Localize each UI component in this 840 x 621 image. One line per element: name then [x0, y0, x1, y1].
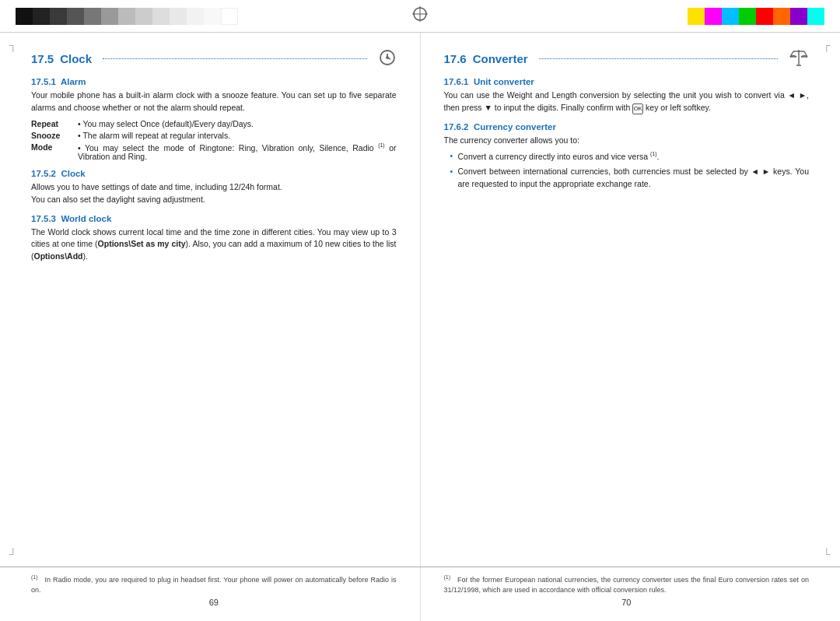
color-block-red [756, 8, 773, 25]
color-block-3 [50, 8, 67, 25]
color-block-11 [187, 8, 204, 25]
main-content: ┐ 17.5 Clock 17.5.1 Alarm Your mobile ph… [0, 33, 840, 567]
color-block-12 [204, 8, 221, 25]
reg-mark-tl: ┐ [9, 39, 17, 51]
color-block-4 [67, 8, 84, 25]
bullet-item-2: Convert between international currencies… [450, 166, 810, 191]
unit-converter-body: You can use the Weight and Length conver… [444, 89, 810, 114]
def-term-mode: Mode [31, 142, 72, 162]
section-17-5-label: Clock [60, 52, 92, 65]
alarm-def-table: Repeat • You may select Once (default)/E… [31, 119, 397, 162]
color-block-green [739, 8, 756, 25]
section-17-6-title: 17.6 Converter [444, 48, 810, 69]
color-block-9 [152, 8, 170, 25]
svg-point-6 [387, 57, 388, 58]
bottom-left: (1) In Radio mode, you are required to p… [0, 567, 421, 621]
color-block-13 [221, 8, 238, 25]
page-number-right: 70 [444, 598, 810, 607]
footnote-right: (1) For the former European national cur… [444, 574, 810, 595]
def-desc-snooze: • The alarm will repeat at regular inter… [78, 131, 397, 140]
color-block-6 [101, 8, 118, 25]
color-block-2 [33, 8, 50, 25]
currency-bullet-list: Convert a currency directly into euros a… [450, 150, 810, 191]
subsection-17-6-2-title: 17.6.2 Currency converter [444, 122, 810, 132]
def-row-mode: Mode • You may select the mode of Ringto… [31, 142, 397, 162]
currency-intro: The currency converter allows you to: [444, 135, 810, 147]
def-desc-repeat: • You may select Once (default)/Every da… [78, 119, 397, 128]
scale-icon [789, 48, 809, 69]
section-17-5-number: 17.5 [31, 52, 54, 65]
subsection-17-5-2-title: 17.5.2 Clock [31, 169, 397, 178]
def-row-repeat: Repeat • You may select Once (default)/E… [31, 119, 397, 128]
color-block-5 [84, 8, 101, 25]
color-block-7 [118, 8, 135, 25]
bullet-item-1: Convert a currency directly into euros a… [450, 150, 810, 163]
def-term-snooze: Snooze [31, 131, 72, 140]
color-block-orange [773, 8, 790, 25]
alarm-body-text: Your mobile phone has a built-in alarm c… [31, 89, 397, 114]
bottom-right: (1) For the former European national cur… [421, 567, 841, 621]
crosshair-center-top [412, 6, 428, 26]
section-dots-right [539, 58, 778, 59]
subsection-17-6-1-title: 17.6.1 Unit converter [444, 77, 810, 86]
color-block-magenta [705, 8, 722, 25]
worldclock-body-text: The World clock shows current local time… [31, 226, 397, 263]
section-17-6-number: 17.6 [444, 52, 467, 65]
page-right: ┌ 17.6 Converter [421, 33, 841, 567]
color-blocks-left [16, 8, 238, 25]
section-dots [103, 58, 366, 59]
reg-mark-tr: ┌ [823, 39, 831, 51]
color-block-1 [16, 8, 33, 25]
ok-button-icon: OK [632, 104, 643, 114]
def-desc-mode: • You may select the mode of Ringtone: R… [78, 142, 397, 162]
color-block-purple [790, 8, 807, 25]
color-block-8 [135, 8, 152, 25]
subsection-17-5-1-title: 17.5.1 Alarm [31, 77, 397, 86]
color-blocks-right [688, 8, 824, 25]
reg-mark-bl: ┘ [9, 548, 17, 560]
bottom-area: (1) In Radio mode, you are required to p… [0, 567, 840, 621]
color-block-10 [170, 8, 187, 25]
section-17-5-title: 17.5 Clock [31, 48, 397, 69]
subsection-17-5-3-title: 17.5.3 World clock [31, 214, 397, 223]
top-bar [0, 0, 840, 33]
color-block-yellow [688, 8, 705, 25]
footnote-left: (1) In Radio mode, you are required to p… [31, 574, 397, 595]
color-block-cyan [722, 8, 739, 25]
page-left: ┐ 17.5 Clock 17.5.1 Alarm Your mobile ph… [0, 33, 421, 567]
def-row-snooze: Snooze • The alarm will repeat at regula… [31, 131, 397, 140]
clock-body-text: Allows you to have settings of date and … [31, 181, 397, 206]
reg-mark-br: └ [823, 548, 831, 560]
section-17-6-label: Converter [473, 52, 528, 65]
def-term-repeat: Repeat [31, 119, 72, 128]
clock-icon [378, 48, 397, 69]
page-number-left: 69 [31, 598, 397, 607]
color-block-teal [807, 8, 824, 25]
